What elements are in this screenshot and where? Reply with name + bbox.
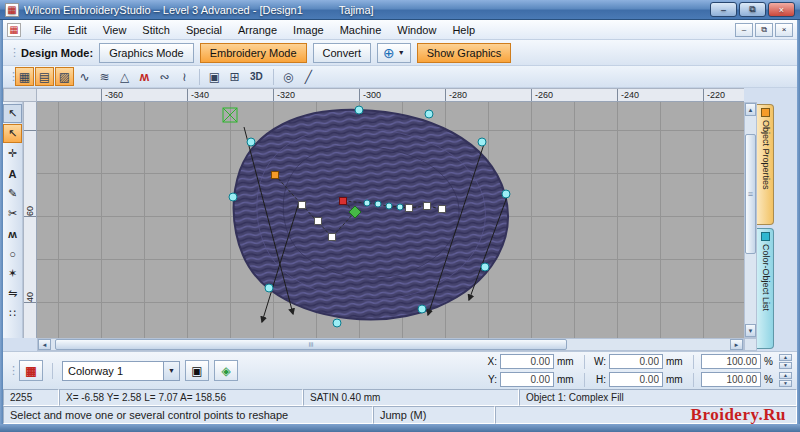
control-point[interactable]	[299, 202, 306, 209]
show-graphics-button[interactable]: Show Graphics	[417, 43, 512, 63]
menu-item[interactable]: Image	[285, 22, 332, 38]
hoop-globe-button[interactable]: ⊕ ▼	[377, 43, 411, 63]
embroidery-mode-button[interactable]: Embroidery Mode	[200, 43, 307, 63]
vertical-scroll-track[interactable]: ≡	[745, 116, 756, 324]
spin-down-icon[interactable]: ▼	[779, 362, 792, 369]
restore-button[interactable]: ⧉	[739, 2, 766, 17]
colorway-editor-button[interactable]: ▣	[185, 360, 209, 381]
scroll-right-icon[interactable]: ►	[730, 339, 743, 350]
curve-control-point[interactable]	[386, 203, 392, 209]
motif-fill-icon[interactable]: ▨	[55, 67, 74, 86]
scale-x-field[interactable]	[701, 354, 761, 369]
colorway-select[interactable]: Colorway 1 ▼	[62, 361, 180, 381]
reshape-tool[interactable]: ↖	[3, 124, 22, 143]
menu-item[interactable]: Arrange	[230, 22, 285, 38]
menu-item[interactable]: Special	[178, 22, 230, 38]
menu-item[interactable]: Help	[444, 22, 483, 38]
curve-control-point[interactable]	[397, 204, 403, 210]
manual-stitch-icon[interactable]: △	[115, 67, 134, 86]
overview-window-icon[interactable]: ▣	[205, 67, 224, 86]
curve-control-point[interactable]	[375, 201, 381, 207]
triple-run-icon[interactable]: ≋	[95, 67, 114, 86]
outline-handle[interactable]	[502, 190, 510, 198]
scale-x-stepper[interactable]: ▲ ▼	[779, 354, 792, 369]
mirror-tool[interactable]: ⇋	[3, 284, 22, 303]
toolbar-grip-icon[interactable]: ⋮	[8, 70, 14, 83]
toolbar-grip-icon[interactable]: ⋮	[9, 46, 15, 59]
embroidery-object[interactable]	[234, 110, 508, 320]
3d-view-button[interactable]: 3D	[245, 68, 268, 85]
graphics-mode-button[interactable]: Graphics Mode	[99, 43, 194, 63]
scale-y-stepper[interactable]: ▲ ▼	[779, 372, 792, 387]
close-button[interactable]: ×	[768, 2, 795, 17]
curve-control-point[interactable]	[364, 200, 370, 206]
spin-up-icon[interactable]: ▲	[779, 372, 792, 379]
outline-handle[interactable]	[229, 193, 237, 201]
horizontal-scroll-thumb[interactable]: ≡	[55, 339, 567, 350]
outline-handle[interactable]	[333, 319, 341, 327]
menu-item[interactable]: File	[26, 22, 60, 38]
run-stitch-icon[interactable]: ∿	[75, 67, 94, 86]
control-point[interactable]	[406, 205, 413, 212]
outline-handle[interactable]	[355, 106, 363, 114]
measure-tool[interactable]: ✛	[3, 144, 22, 163]
control-point[interactable]	[329, 234, 336, 241]
horizontal-scroll-track[interactable]: ≡	[51, 339, 730, 350]
grid-tool[interactable]: ∷	[3, 304, 22, 323]
zigzag-stitch-icon[interactable]: ʍ	[135, 67, 154, 86]
spin-up-icon[interactable]: ▲	[779, 354, 792, 361]
thread-colors-button[interactable]: ◈	[214, 360, 238, 381]
scroll-up-icon[interactable]: ▲	[745, 103, 756, 116]
menu-item[interactable]: Machine	[332, 22, 390, 38]
backstitch-icon[interactable]: ∾	[155, 67, 174, 86]
selected-control-point[interactable]	[340, 198, 347, 205]
hoop-icon[interactable]: ◎	[279, 67, 298, 86]
entry-point-marker[interactable]	[223, 108, 237, 122]
toolbar-grip-icon[interactable]: ⋮	[8, 364, 14, 377]
outline-handle[interactable]	[481, 263, 489, 271]
control-point[interactable]	[315, 218, 322, 225]
tab-object-properties[interactable]: Object Properties	[757, 104, 774, 225]
grid-toggle-icon[interactable]: ⊞	[225, 67, 244, 86]
ellipse-tool[interactable]: ○	[3, 244, 22, 263]
mdi-restore-button[interactable]: ⧉	[755, 23, 773, 37]
select-tool[interactable]: ↖	[3, 104, 22, 123]
mdi-minimize-button[interactable]: –	[735, 23, 753, 37]
convert-button[interactable]: Convert	[313, 43, 372, 63]
menu-item[interactable]: View	[95, 22, 135, 38]
horizontal-scrollbar[interactable]: ◄ ≡ ►	[37, 338, 744, 351]
control-point[interactable]	[439, 206, 446, 213]
width-field[interactable]	[609, 354, 663, 369]
tab-color-object-list[interactable]: Color-Object List	[757, 228, 774, 349]
knife-tool[interactable]: ✂	[3, 204, 22, 223]
outline-handle[interactable]	[425, 110, 433, 118]
measure-icon[interactable]: ╱	[299, 67, 318, 86]
vertical-scrollbar[interactable]: ▲ ≡ ▼	[744, 102, 757, 338]
menu-item[interactable]: Window	[389, 22, 444, 38]
stitch-list-button[interactable]: ▦	[19, 360, 43, 381]
height-field[interactable]	[609, 372, 663, 387]
zigzag-tool[interactable]: ʍ	[3, 224, 22, 243]
minimize-button[interactable]: –	[710, 2, 737, 17]
scroll-left-icon[interactable]: ◄	[38, 339, 51, 350]
spin-down-icon[interactable]: ▼	[779, 380, 792, 387]
y-field[interactable]	[500, 372, 554, 387]
mdi-close-button[interactable]: ×	[775, 23, 793, 37]
vertical-scroll-thumb[interactable]: ≡	[745, 134, 756, 254]
outline-handle[interactable]	[478, 138, 486, 146]
outline-handle[interactable]	[418, 305, 426, 313]
scale-y-field[interactable]	[701, 372, 761, 387]
lettering-tool[interactable]: A	[3, 164, 22, 183]
x-field[interactable]	[500, 354, 554, 369]
menu-item[interactable]: Stitch	[134, 22, 178, 38]
star-tool[interactable]: ✶	[3, 264, 22, 283]
stem-stitch-icon[interactable]: ≀	[175, 67, 194, 86]
menu-item[interactable]: Edit	[60, 22, 95, 38]
tatami-fill-icon[interactable]: ▦	[15, 67, 34, 86]
outline-handle[interactable]	[265, 284, 273, 292]
design-canvas[interactable]	[37, 102, 744, 338]
control-point[interactable]	[424, 203, 431, 210]
satin-fill-icon[interactable]: ▤	[35, 67, 54, 86]
digitize-run-tool[interactable]: ✎	[3, 184, 22, 203]
chevron-down-icon[interactable]: ▼	[163, 362, 179, 380]
